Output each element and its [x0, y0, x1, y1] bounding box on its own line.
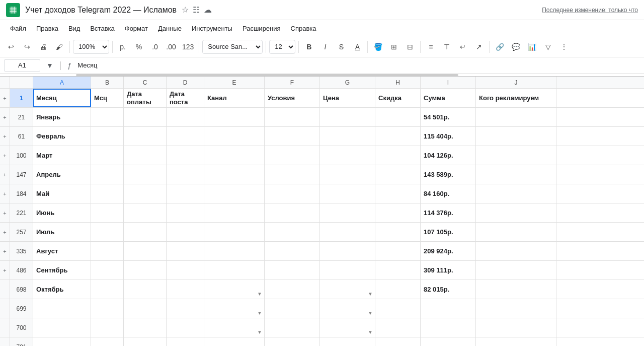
dropdown-arrow-e[interactable]: ▼	[257, 310, 262, 316]
cell-b-6[interactable]	[91, 223, 124, 241]
cell-j-0[interactable]	[476, 108, 556, 126]
cell-d1[interactable]: Дата поста	[167, 89, 204, 107]
format-dec0-button[interactable]: .0	[148, 40, 162, 54]
cell-i-11[interactable]	[421, 318, 476, 337]
cell-e-6[interactable]	[204, 223, 265, 241]
cell-c-2[interactable]	[124, 146, 167, 165]
format-percent-button[interactable]: %	[132, 40, 146, 54]
row-num-0[interactable]: 21	[10, 108, 33, 126]
col-header-b[interactable]: B	[91, 77, 124, 88]
undo-button[interactable]: ↩	[4, 40, 18, 54]
cell-d-9[interactable]	[167, 280, 204, 299]
cell-h-0[interactable]	[375, 108, 421, 126]
cell-b-9[interactable]	[91, 280, 124, 299]
cell-d-11[interactable]	[167, 318, 204, 337]
cell-g-9[interactable]: ▼	[320, 280, 375, 299]
row-expand-2[interactable]: +	[0, 146, 10, 165]
cell-g-1[interactable]	[320, 127, 375, 146]
cell-e-4[interactable]	[204, 184, 265, 203]
cell-g-10[interactable]: ▼	[320, 299, 375, 318]
cell-e-1[interactable]	[204, 127, 265, 146]
cell-c-7[interactable]	[124, 242, 167, 260]
cell-g-6[interactable]	[320, 223, 375, 241]
cell-g1[interactable]: Цена	[320, 89, 375, 107]
cell-b-7[interactable]	[91, 242, 124, 260]
cell-i-10[interactable]	[421, 299, 476, 318]
strikethrough-button[interactable]: S	[334, 40, 348, 54]
col-header-h[interactable]: H	[375, 77, 421, 88]
cell-h-3[interactable]	[375, 165, 421, 184]
row-expand-1[interactable]: +	[0, 89, 10, 107]
text-rotate-button[interactable]: ↗	[472, 40, 486, 54]
redo-button[interactable]: ↪	[20, 40, 34, 54]
cell-f1[interactable]: Условия	[265, 89, 320, 107]
menu-insert[interactable]: Вставка	[86, 23, 118, 34]
cell-f-1[interactable]	[265, 127, 320, 146]
cell-h-10[interactable]	[375, 299, 421, 318]
cell-j-3[interactable]	[476, 165, 556, 184]
cell-d-10[interactable]	[167, 299, 204, 318]
cell-c-11[interactable]	[124, 318, 167, 337]
dropdown-arrow-g[interactable]: ▼	[368, 329, 373, 335]
dropdown-arrow-g[interactable]: ▼	[368, 310, 373, 316]
menu-format[interactable]: Формат	[121, 23, 152, 34]
cell-h1[interactable]: Скидка	[375, 89, 421, 107]
cell-d-1[interactable]	[167, 127, 204, 146]
row-expand-6[interactable]: +	[0, 223, 10, 241]
cell-c-8[interactable]	[124, 261, 167, 280]
row-num-5[interactable]: 221	[10, 203, 33, 222]
text-wrap-button[interactable]: ↵	[456, 40, 470, 54]
cell-j-12[interactable]	[476, 337, 556, 346]
cell-j-2[interactable]	[476, 146, 556, 165]
cell-b-12[interactable]	[91, 337, 124, 346]
format-more-button[interactable]: 123	[180, 40, 196, 54]
cell-b-10[interactable]	[91, 299, 124, 318]
cell-f-4[interactable]	[265, 184, 320, 203]
row-num-12[interactable]: 701	[10, 337, 33, 346]
cell-i-9[interactable]: 82 015р.	[421, 280, 476, 299]
font-name-select[interactable]: Source San...	[202, 40, 263, 54]
cell-f-12[interactable]	[265, 337, 320, 346]
row-num-4[interactable]: 184	[10, 184, 33, 203]
star-icon[interactable]: ☆	[182, 5, 189, 15]
row-num-3[interactable]: 147	[10, 165, 33, 184]
cell-g-2[interactable]	[320, 146, 375, 165]
cell-f-9[interactable]	[265, 280, 320, 299]
cell-i-7[interactable]: 209 924р.	[421, 242, 476, 260]
cell-a-4[interactable]: Май	[33, 184, 91, 203]
cell-j-7[interactable]	[476, 242, 556, 260]
cell-h-8[interactable]	[375, 261, 421, 280]
cell-j-1[interactable]	[476, 127, 556, 146]
cell-e-12[interactable]: ▼	[204, 337, 265, 346]
expand-formula-icon[interactable]: ▼	[44, 61, 55, 70]
cell-c-4[interactable]	[124, 184, 167, 203]
cell-e-9[interactable]: ▼	[204, 280, 265, 299]
row-num-10[interactable]: 699	[10, 299, 33, 318]
col-header-d[interactable]: D	[167, 77, 204, 88]
border-button[interactable]: ⊞	[387, 40, 401, 54]
cell-g-7[interactable]	[320, 242, 375, 260]
cell-e-2[interactable]	[204, 146, 265, 165]
cell-h-4[interactable]	[375, 184, 421, 203]
cell-i-0[interactable]: 54 501р.	[421, 108, 476, 126]
row-num-8[interactable]: 486	[10, 261, 33, 280]
cloud-icon[interactable]: ☁	[204, 5, 212, 15]
menu-help[interactable]: Справка	[287, 23, 320, 34]
cell-g-12[interactable]: ▼	[320, 337, 375, 346]
cell-c-12[interactable]	[124, 337, 167, 346]
col-header-e[interactable]: E	[204, 77, 265, 88]
row-num-1[interactable]: 1	[10, 89, 33, 107]
cell-i1[interactable]: Сумма	[421, 89, 476, 107]
cell-i-8[interactable]: 309 111р.	[421, 261, 476, 280]
cell-e-8[interactable]	[204, 261, 265, 280]
row-num-1[interactable]: 61	[10, 127, 33, 146]
cell-a-10[interactable]	[33, 299, 91, 318]
cell-g-4[interactable]	[320, 184, 375, 203]
row-num-2[interactable]: 100	[10, 146, 33, 165]
cell-c1[interactable]: Дата оплаты	[124, 89, 167, 107]
function-icon[interactable]: ƒ	[66, 61, 74, 70]
cell-d-0[interactable]	[167, 108, 204, 126]
cell-a1[interactable]: Месяц	[33, 89, 91, 107]
cell-j1[interactable]: Кого рекламируем	[476, 89, 556, 107]
cell-a-9[interactable]: Октябрь	[33, 280, 91, 299]
